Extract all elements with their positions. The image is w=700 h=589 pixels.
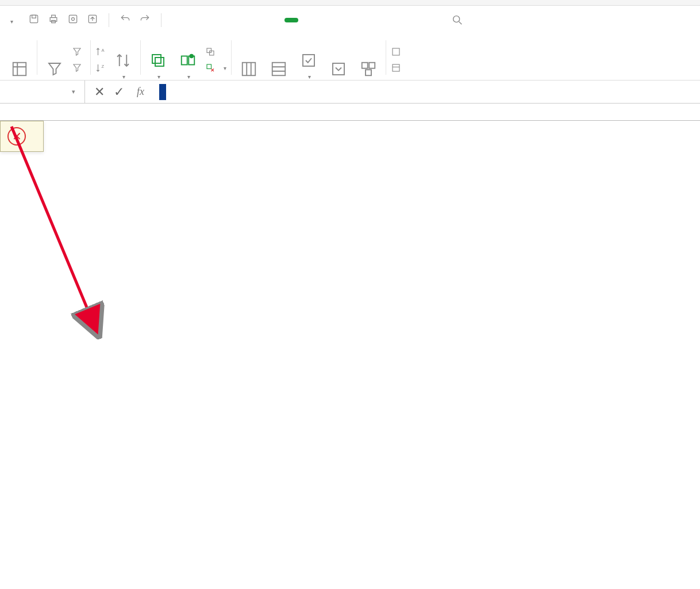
validation-button[interactable]: ▾ xyxy=(296,40,321,80)
svg-line-29 xyxy=(11,127,98,334)
tab-insert[interactable] xyxy=(205,18,212,22)
svg-rect-14 xyxy=(182,56,187,65)
search-icon xyxy=(451,14,464,26)
menu-bar: ▾ xyxy=(0,6,700,35)
tab-formulas[interactable] xyxy=(258,18,265,22)
svg-rect-23 xyxy=(333,63,344,75)
tab-page-layout[interactable] xyxy=(232,18,239,22)
reject-duplicate-entry-button[interactable]: ▾ xyxy=(205,63,226,73)
name-box-dropdown-icon: ▾ xyxy=(72,88,75,95)
tab-developer[interactable] xyxy=(397,18,404,22)
tab-home[interactable] xyxy=(179,18,186,22)
svg-rect-28 xyxy=(393,64,399,71)
sort-button[interactable]: ▾ xyxy=(110,40,136,80)
autofilter-button[interactable] xyxy=(42,40,67,80)
file-menu[interactable]: ▾ xyxy=(3,12,19,29)
pivot-table-button[interactable] xyxy=(7,40,32,80)
fx-icon[interactable]: fx xyxy=(137,86,144,98)
column-headers xyxy=(0,104,700,121)
svg-rect-20 xyxy=(243,63,256,76)
insert-dropdown-button[interactable] xyxy=(326,40,351,80)
worksheet: ▾ ✕ xyxy=(0,104,700,121)
svg-rect-12 xyxy=(152,55,161,63)
svg-point-8 xyxy=(453,16,460,22)
svg-rect-9 xyxy=(13,63,26,76)
svg-rect-19 xyxy=(207,64,211,69)
formula-bar: ▾ ✕ ✓ fx xyxy=(0,81,700,104)
tab-security[interactable] xyxy=(371,18,378,22)
consolidate-button[interactable] xyxy=(356,40,381,80)
reapply-button[interactable] xyxy=(72,63,86,73)
text-to-columns-button[interactable] xyxy=(236,40,261,80)
svg-text:Z: Z xyxy=(102,64,105,69)
name-box[interactable]: ▾ xyxy=(0,81,85,103)
svg-point-16 xyxy=(190,54,194,59)
svg-rect-5 xyxy=(69,15,76,22)
print-icon[interactable] xyxy=(48,13,59,28)
tab-data[interactable] xyxy=(284,18,298,22)
svg-rect-3 xyxy=(52,15,56,17)
svg-rect-24 xyxy=(362,63,368,68)
svg-rect-18 xyxy=(210,51,214,56)
delete-duplicates-button[interactable] xyxy=(205,47,226,57)
save-icon[interactable] xyxy=(28,13,40,28)
highlight-duplicates-button[interactable]: ▾ xyxy=(145,40,171,80)
sort-asc-button[interactable]: A xyxy=(95,47,106,57)
confirm-edit-icon[interactable]: ✓ xyxy=(114,85,124,100)
record-form-button[interactable] xyxy=(391,63,405,73)
export-icon[interactable] xyxy=(87,13,98,28)
svg-rect-27 xyxy=(393,48,399,55)
svg-point-6 xyxy=(72,17,75,20)
whatif-button[interactable] xyxy=(391,47,405,57)
svg-text:A: A xyxy=(102,48,105,53)
show-all-button[interactable] xyxy=(72,47,86,57)
cancel-edit-icon[interactable]: ✕ xyxy=(94,85,105,100)
print-preview-icon[interactable] xyxy=(67,13,79,28)
svg-rect-13 xyxy=(155,58,164,66)
tab-view[interactable] xyxy=(344,18,351,22)
svg-rect-1 xyxy=(32,15,36,18)
flash-fill-button[interactable] xyxy=(266,40,291,80)
quick-access-toolbar xyxy=(28,13,164,28)
annotation-arrow xyxy=(0,121,115,339)
svg-rect-2 xyxy=(50,17,57,21)
svg-rect-26 xyxy=(366,70,371,75)
data-compare-button[interactable]: ▾ xyxy=(175,40,201,80)
svg-rect-22 xyxy=(303,55,314,66)
tab-special[interactable] xyxy=(424,18,430,22)
find-button[interactable] xyxy=(451,14,467,26)
ribbon: A Z ▾ ▾ ▾ ▾ ▾ xyxy=(0,35,700,81)
window-tab-strip xyxy=(0,0,700,6)
validation-error-tooltip: ✕ xyxy=(0,121,44,152)
undo-icon[interactable] xyxy=(120,13,131,28)
svg-rect-17 xyxy=(207,48,211,53)
sort-desc-button[interactable]: Z xyxy=(95,63,106,73)
error-icon: ✕ xyxy=(7,127,26,146)
formula-input[interactable] xyxy=(153,81,700,103)
svg-rect-25 xyxy=(369,63,375,68)
ribbon-tabs xyxy=(179,18,430,22)
svg-rect-21 xyxy=(272,63,286,76)
redo-icon[interactable] xyxy=(139,13,151,28)
formula-value xyxy=(159,84,166,100)
tab-review[interactable] xyxy=(318,18,325,22)
svg-rect-0 xyxy=(30,15,37,22)
